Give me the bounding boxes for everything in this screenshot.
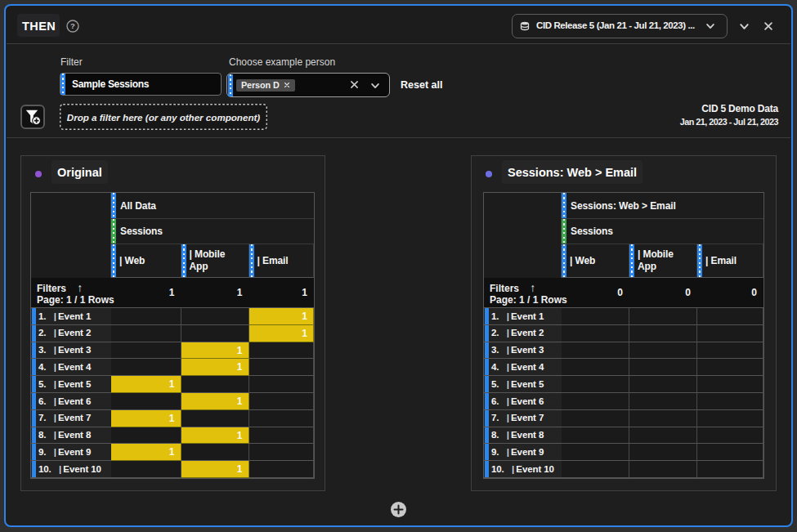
svg-text:?: ?: [70, 21, 75, 30]
